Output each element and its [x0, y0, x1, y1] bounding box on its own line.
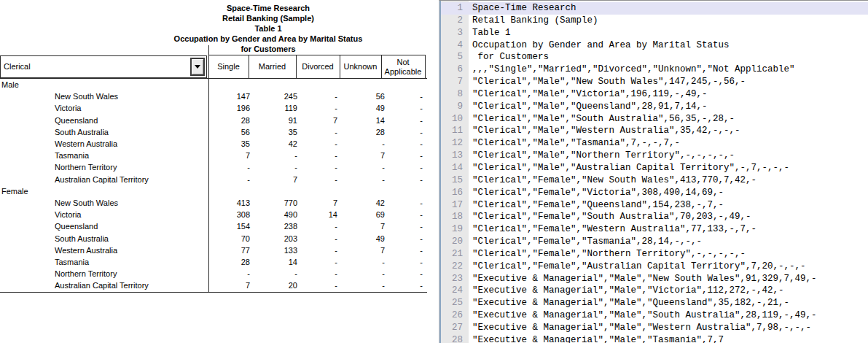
line-text[interactable]: Retail Banking (Sample): [469, 15, 598, 27]
table-row: New South Wales413770742-: [0, 197, 437, 209]
line-text[interactable]: "Clerical","Female","New South Wales",41…: [469, 174, 756, 187]
line-text[interactable]: Occupation by Gender and Area by Marital…: [469, 39, 730, 52]
table-row: South Australia70203-49-: [0, 233, 437, 245]
cell-value: 56: [209, 126, 250, 138]
line-number: 24: [441, 285, 469, 297]
cell-value: -: [341, 268, 385, 280]
line-text[interactable]: "Clerical","Female","Tasmania",28,14,-,-…: [469, 236, 702, 248]
line-text[interactable]: "Executive & Managerial","Male","New Sou…: [469, 273, 817, 285]
cell-value: 28: [209, 115, 250, 126]
line-text[interactable]: for Customers: [469, 51, 549, 63]
line-text[interactable]: "Clerical","Male","Western Australia",35…: [469, 125, 740, 137]
code-line[interactable]: 19"Clerical","Female","Western Australia…: [441, 223, 868, 236]
line-text[interactable]: "Clerical","Male","Northern Territory",-…: [469, 150, 735, 162]
cell-value: 42: [341, 197, 385, 209]
column-divider: [381, 55, 382, 79]
line-number: 20: [441, 236, 469, 248]
row-label: Northern Territory: [55, 268, 117, 280]
line-text[interactable]: ,,,"Single","Married","Divorced","Unknow…: [469, 63, 795, 76]
line-text[interactable]: "Clerical","Female","Northern Territory"…: [469, 248, 746, 261]
line-number: 22: [441, 261, 469, 273]
code-line[interactable]: 18"Clerical","Female","South Australia",…: [441, 211, 868, 223]
line-number: 16: [441, 187, 469, 199]
table-row: Queensland154238-7-: [0, 220, 437, 233]
line-text[interactable]: "Clerical","Female","Western Australia",…: [469, 223, 756, 236]
table-row: Victoria3084901469-: [0, 209, 437, 221]
cell-value: -: [297, 102, 337, 114]
code-line[interactable]: 20"Clerical","Female","Tasmania",28,14,-…: [441, 236, 868, 248]
row-label: Western Australia: [55, 138, 117, 150]
line-text[interactable]: "Executive & Managerial","Male","Tasmani…: [469, 334, 724, 343]
column-divider: [249, 55, 249, 79]
cell-value: 203: [252, 233, 297, 244]
code-line[interactable]: 25"Executive & Managerial","Male","Queen…: [441, 297, 868, 309]
line-text[interactable]: "Executive & Managerial","Male","Victori…: [469, 285, 784, 297]
code-line[interactable]: 23"Executive & Managerial","Male","New S…: [441, 273, 868, 285]
table-row: Australian Capital Territory-7---: [0, 174, 437, 186]
code-line[interactable]: 16"Clerical","Female","Victoria",308,490…: [441, 187, 868, 199]
row-label: Queensland: [55, 220, 98, 232]
cell-value: 133: [252, 244, 297, 256]
code-line[interactable]: 13"Clerical","Male","Northern Territory"…: [441, 150, 868, 162]
code-line[interactable]: 24"Executive & Managerial","Male","Victo…: [441, 285, 868, 297]
table-row: Victoria196119-49-: [0, 102, 437, 115]
line-number: 11: [441, 125, 469, 137]
line-text[interactable]: "Clerical","Female","Victoria",308,490,1…: [469, 187, 724, 199]
code-line[interactable]: 2Retail Banking (Sample): [441, 15, 868, 27]
line-number: 12: [441, 137, 469, 150]
line-text[interactable]: "Clerical","Female","South Australia",70…: [469, 211, 751, 223]
code-line[interactable]: 27"Executive & Managerial","Male","Weste…: [441, 322, 868, 334]
line-text[interactable]: "Executive & Managerial","Male","South A…: [469, 309, 817, 322]
code-line[interactable]: 15"Clerical","Female","New South Wales",…: [441, 174, 868, 187]
cell-value: -: [383, 150, 423, 161]
cell-value: 770: [252, 197, 297, 209]
code-line[interactable]: 9"Clerical","Male","Queensland",28,91,7,…: [441, 101, 868, 113]
line-text[interactable]: "Executive & Managerial","Male","Western…: [469, 322, 811, 334]
code-line[interactable]: 1Space-Time Research: [441, 2, 868, 15]
line-text[interactable]: "Clerical","Male","New South Wales",147,…: [469, 76, 746, 88]
cell-value: 308: [209, 209, 250, 220]
csv-editor[interactable]: 1Space-Time Research2Retail Banking (Sam…: [439, 1, 868, 343]
code-line[interactable]: 5 for Customers: [441, 51, 868, 63]
cell-value: 69: [341, 209, 385, 220]
occupation-dropdown[interactable]: Clerical: [0, 55, 207, 78]
line-text[interactable]: "Executive & Managerial","Male","Queensl…: [469, 297, 789, 309]
line-text[interactable]: "Clerical","Female","Queensland",154,238…: [469, 199, 724, 212]
code-line[interactable]: 22"Clerical","Female","Australian Capita…: [441, 261, 868, 273]
cell-value: 238: [252, 220, 297, 232]
cell-value: 42: [252, 138, 297, 150]
code-line[interactable]: 11"Clerical","Male","Western Australia",…: [441, 125, 868, 137]
code-line[interactable]: 10"Clerical","Male","South Australia",56…: [441, 113, 868, 126]
code-line[interactable]: 12"Clerical","Male","Tasmania",7,-,-,7,-: [441, 137, 868, 150]
line-text[interactable]: "Clerical","Male","Victoria",196,119,-,4…: [469, 88, 708, 101]
column-header-married: Married: [249, 55, 296, 78]
cell-value: -: [252, 161, 297, 173]
line-text[interactable]: Table 1: [469, 27, 511, 39]
code-line[interactable]: 17"Clerical","Female","Queensland",154,2…: [441, 199, 868, 212]
dropdown-arrow-button[interactable]: [190, 58, 205, 76]
line-text[interactable]: "Clerical","Male","Queensland",28,91,7,1…: [469, 101, 708, 113]
code-line[interactable]: 28"Executive & Managerial","Male","Tasma…: [441, 334, 868, 343]
line-text[interactable]: "Clerical","Male","Tasmania",7,-,-,7,-: [469, 137, 680, 150]
line-text[interactable]: "Clerical","Male","South Australia",56,3…: [469, 113, 735, 126]
cell-value: 35: [209, 138, 250, 150]
row-label: Queensland: [55, 115, 98, 126]
table-row: Australian Capital Territory720---: [0, 280, 437, 292]
cell-value: -: [209, 161, 250, 173]
row-label: Australian Capital Territory: [55, 280, 149, 291]
column-divider: [425, 55, 426, 79]
code-line[interactable]: 3Table 1: [441, 27, 868, 39]
code-line[interactable]: 6,,,"Single","Married","Divorced","Unkno…: [441, 63, 868, 76]
code-line[interactable]: 26"Executive & Managerial","Male","South…: [441, 309, 868, 322]
column-header-not-applicable: Not Applicable: [381, 55, 425, 78]
code-line[interactable]: 21"Clerical","Female","Northern Territor…: [441, 248, 868, 261]
line-text[interactable]: "Clerical","Female","Australian Capital …: [469, 261, 806, 273]
line-text[interactable]: Space-Time Research: [469, 2, 576, 15]
line-text[interactable]: "Clerical","Male","Australian Capital Te…: [469, 162, 789, 174]
code-line[interactable]: 7"Clerical","Male","New South Wales",147…: [441, 76, 868, 88]
row-label: Northern Territory: [55, 161, 117, 173]
code-line[interactable]: 14"Clerical","Male","Australian Capital …: [441, 162, 868, 174]
code-line[interactable]: 4Occupation by Gender and Area by Marita…: [441, 39, 868, 52]
code-line[interactable]: 8"Clerical","Male","Victoria",196,119,-,…: [441, 88, 868, 101]
line-number: 18: [441, 211, 469, 223]
